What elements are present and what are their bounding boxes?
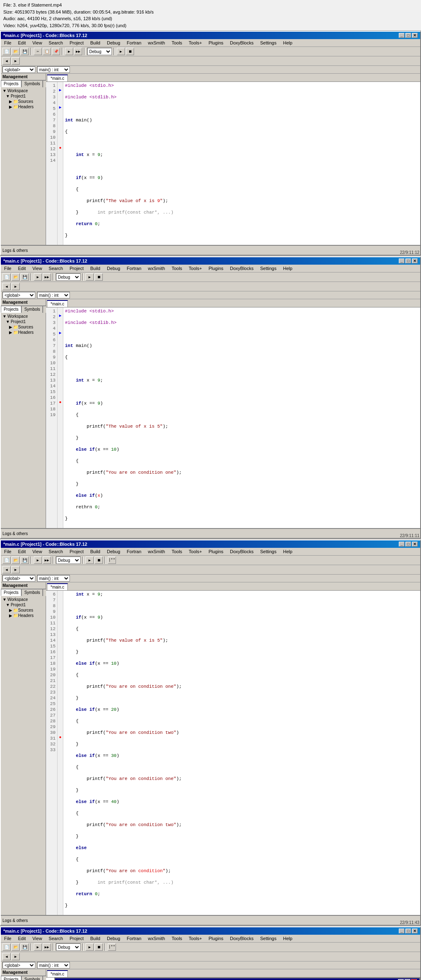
open-btn-1[interactable]: 📂	[12, 48, 20, 55]
open-btn-4[interactable]: 📂	[12, 943, 20, 951]
save-btn-1[interactable]: 💾	[21, 48, 29, 55]
func-select-2[interactable]: main() : int	[37, 292, 70, 298]
copy-btn-1[interactable]: 📋	[43, 48, 51, 55]
maximize-btn-2[interactable]: □	[405, 258, 411, 263]
maximize-btn-1[interactable]: □	[405, 33, 411, 38]
menu-doxyblocks-3[interactable]: DoxyBlocks	[228, 549, 255, 554]
debug-select-2[interactable]: Debug	[56, 273, 81, 281]
menu-wxsmith-3[interactable]: wxSmith	[146, 549, 167, 554]
code-tab-main-4[interactable]: *main.c	[47, 970, 68, 977]
sidebar-tab-symbols-4[interactable]: Symbols	[21, 976, 43, 980]
debug-stop-3[interactable]: ⏹	[95, 556, 103, 564]
sidebar-tab-symbols-2[interactable]: Symbols	[21, 306, 43, 313]
back-btn-4[interactable]: ◀	[2, 953, 11, 960]
menu-search-4[interactable]: Search	[47, 936, 65, 941]
sidebar-tab-symbols-3[interactable]: Symbols	[21, 589, 43, 596]
code-tab-main-3[interactable]: *main.c	[47, 583, 68, 590]
build-btn-3[interactable]: ▶	[34, 556, 42, 564]
back-btn-1[interactable]: ◀	[2, 57, 11, 65]
menu-tools-3[interactable]: Tools	[170, 549, 184, 554]
close-btn-1[interactable]: ✕	[412, 33, 418, 38]
open-btn-2[interactable]: 📂	[12, 273, 20, 281]
menu-project-1[interactable]: Project	[68, 40, 85, 46]
sidebar-tab-projects-1[interactable]: Projects	[1, 80, 21, 87]
menu-doxyblocks-2[interactable]: DoxyBlocks	[228, 265, 255, 271]
menu-wxsmith-1[interactable]: wxSmith	[146, 40, 167, 46]
menu-help-1[interactable]: Help	[281, 40, 294, 46]
debug-stop-2[interactable]: ⏹	[95, 273, 103, 281]
debug-run-3[interactable]: ▶	[86, 556, 94, 564]
code-tab-main-1[interactable]: *main.c	[47, 74, 68, 81]
new-btn-4[interactable]: 📄	[2, 943, 11, 951]
tree-project-2[interactable]: ▼ Project1	[2, 319, 45, 324]
global-select-2[interactable]: <global>	[2, 292, 35, 298]
menu-view-1[interactable]: View	[31, 40, 44, 46]
debug-run-4[interactable]: ▶	[86, 943, 94, 951]
close-btn-3[interactable]: ✕	[412, 542, 418, 547]
build-btn-4[interactable]: ▶	[34, 943, 42, 951]
debug-select-1[interactable]: Debug	[87, 48, 112, 55]
menu-debug-3[interactable]: Debug	[105, 549, 122, 554]
menu-toolsplus-4[interactable]: Tools+	[187, 936, 204, 941]
menu-fortran-2[interactable]: Fortran	[125, 265, 143, 271]
build-btn-2[interactable]: ▶	[34, 273, 42, 281]
tree-headers-2[interactable]: ▶ 📁 Headers	[2, 330, 45, 335]
maximize-btn-4[interactable]: □	[405, 929, 411, 933]
menu-settings-3[interactable]: Settings	[259, 549, 278, 554]
menu-file-1[interactable]: File	[2, 40, 13, 46]
menu-settings-4[interactable]: Settings	[259, 936, 278, 941]
minimize-btn-4[interactable]: _	[399, 929, 405, 933]
cut-btn-1[interactable]: ✂	[34, 48, 42, 55]
tree-workspace-3[interactable]: ▼ Workspace	[2, 597, 45, 602]
func-select-1[interactable]: main() : int	[37, 66, 70, 73]
menu-fortran-1[interactable]: Fortran	[125, 40, 143, 46]
menu-doxyblocks-4[interactable]: DoxyBlocks	[228, 936, 255, 941]
menu-tools-plus-1[interactable]: Tools+	[187, 40, 204, 46]
menu-debug-1[interactable]: Debug	[105, 40, 122, 46]
func-select-3[interactable]: main() : int	[37, 575, 70, 582]
extra-btn-3[interactable]: |**	[108, 556, 116, 564]
tree-workspace-1[interactable]: ▼ Workspace	[2, 88, 45, 93]
new-btn-1[interactable]: 📄	[2, 48, 11, 55]
new-btn-3[interactable]: 📄	[2, 556, 11, 564]
tree-sources-1[interactable]: ▶ 📁 Sources	[2, 99, 45, 104]
run-btn-4[interactable]: ▶▶	[43, 943, 51, 951]
menu-build-3[interactable]: Build	[88, 549, 102, 554]
debug-run-2[interactable]: ▶	[86, 273, 94, 281]
menu-file-3[interactable]: File	[2, 549, 13, 554]
fwd-btn-3[interactable]: ▶	[12, 566, 20, 573]
open-btn-3[interactable]: 📂	[12, 556, 20, 564]
menu-help-2[interactable]: Help	[281, 265, 294, 271]
menu-edit-2[interactable]: Edit	[16, 265, 28, 271]
minimize-btn-1[interactable]: _	[399, 33, 405, 38]
tree-sources-2[interactable]: ▶ 📁 Sources	[2, 324, 45, 330]
menu-wxsmith-4[interactable]: wxSmith	[146, 936, 167, 941]
close-btn-4[interactable]: ✕	[412, 929, 418, 933]
menu-plugins-3[interactable]: Plugins	[207, 549, 225, 554]
menu-fortran-3[interactable]: Fortran	[125, 549, 143, 554]
debug-select-4[interactable]: Debug	[56, 943, 81, 951]
sidebar-tab-projects-4[interactable]: Projects	[1, 976, 21, 980]
code-content-3[interactable]: int x = 9; if(x == 9) { printf("The valu…	[63, 591, 420, 915]
menu-view-4[interactable]: View	[31, 936, 44, 941]
save-btn-4[interactable]: 💾	[21, 943, 29, 951]
menu-tools-2[interactable]: Tools	[170, 265, 184, 271]
run-btn-1[interactable]: ▶▶	[74, 48, 82, 55]
save-btn-2[interactable]: 💾	[21, 273, 29, 281]
debug-stop-1[interactable]: ⏹	[126, 48, 134, 55]
func-select-4[interactable]: main() : int	[37, 962, 70, 968]
menu-plugins-2[interactable]: Plugins	[207, 265, 225, 271]
code-content-2[interactable]: #include <stdio.h> #include <stdlib.h> i…	[63, 307, 420, 528]
sidebar-tab-projects-2[interactable]: Projects	[1, 306, 21, 313]
global-select-1[interactable]: <global>	[2, 66, 35, 73]
menu-build-1[interactable]: Build	[88, 40, 102, 46]
menu-debug-2[interactable]: Debug	[105, 265, 122, 271]
menu-debug-4[interactable]: Debug	[105, 936, 122, 941]
build-btn-1[interactable]: ▶	[65, 48, 73, 55]
sidebar-tab-symbols-1[interactable]: Symbols	[21, 80, 43, 87]
fwd-btn-1[interactable]: ▶	[12, 57, 20, 65]
menu-tools-4[interactable]: Tools	[170, 936, 184, 941]
menu-file-4[interactable]: File	[2, 936, 13, 941]
menu-search-2[interactable]: Search	[47, 265, 65, 271]
minimize-btn-3[interactable]: _	[399, 542, 405, 547]
